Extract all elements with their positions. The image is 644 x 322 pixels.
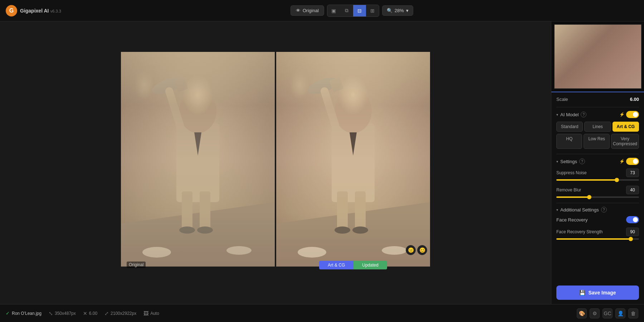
- original-label: Original: [127, 262, 146, 268]
- svg-rect-23: [337, 191, 348, 231]
- original-label: Original: [303, 8, 319, 13]
- topbar-center: 👁 Original ▣ ⧉ ⊟ ⊞ 🔍 28% ▾: [291, 5, 413, 17]
- output-size-stat: ⤢ 2100x2922px: [104, 311, 136, 316]
- zoom-icon: 🔍: [387, 8, 392, 13]
- zoom-level: 28%: [395, 8, 404, 13]
- remove-blur-thumb[interactable]: [587, 195, 591, 199]
- svg-rect-8: [182, 191, 192, 231]
- face-recovery-strength-fill: [556, 238, 631, 240]
- model-verycompressed-button[interactable]: Very Compressed: [611, 134, 639, 149]
- ai-model-title: AI Model: [560, 112, 579, 117]
- face-recovery-strength-track[interactable]: [556, 238, 639, 240]
- divider-2: [556, 154, 639, 154]
- logo-wrap: G Gigapixel AI v6.3.3: [6, 5, 61, 16]
- suppress-noise-section: Suppress Noise 73: [556, 169, 639, 181]
- svg-point-35: [573, 31, 587, 40]
- zoom-button[interactable]: 🔍 28% ▾: [382, 5, 413, 16]
- view-single-button[interactable]: ▣: [327, 5, 340, 16]
- svg-point-25: [335, 226, 350, 234]
- processing-badge: Art & CG Updated: [276, 261, 430, 269]
- original-button[interactable]: 👁 Original: [291, 5, 324, 16]
- trash-button[interactable]: 🗑: [628, 308, 638, 318]
- scale-icon: ✕: [83, 311, 87, 316]
- ai-model-section-header: ▾ AI Model ? ⚡: [556, 111, 639, 118]
- additional-settings-header: ▾ Additional Settings ?: [556, 207, 639, 213]
- remove-blur-track[interactable]: [556, 196, 639, 198]
- scale-stat-value: 6.00: [89, 311, 97, 316]
- svg-point-10: [179, 226, 195, 234]
- chevron-down-icon: ▾: [406, 8, 409, 13]
- divider-3: [556, 203, 639, 203]
- suppress-noise-label: Suppress Noise: [556, 170, 587, 175]
- face-recovery-strength-label: Face Recovery Strength: [556, 229, 602, 234]
- person-button[interactable]: 👤: [615, 308, 625, 318]
- settings-toggle-button[interactable]: [626, 158, 639, 165]
- scale-value: 6.00: [630, 97, 639, 102]
- original-photo: [121, 52, 275, 267]
- ai-model-help-button[interactable]: ?: [581, 112, 586, 117]
- suppress-noise-value[interactable]: 73: [626, 169, 639, 177]
- processed-panel: Art & CG Updated 😐 😊: [276, 52, 430, 274]
- suppress-noise-thumb[interactable]: [615, 178, 619, 182]
- divider-1: [556, 107, 639, 107]
- ai-model-chevron-icon[interactable]: ▾: [556, 113, 558, 117]
- svg-rect-9: [200, 191, 210, 231]
- additional-settings-section: ▾ Additional Settings ? Face Recovery Fa…: [556, 207, 639, 240]
- remove-blur-section: Remove Blur 40: [556, 186, 639, 198]
- svg-point-27: [298, 247, 326, 258]
- face-recovery-strength-thumb[interactable]: [629, 237, 633, 241]
- face-recovery-strength-value[interactable]: 90: [626, 228, 639, 236]
- happy-reaction-button[interactable]: 😊: [417, 245, 427, 255]
- model-lowres-button[interactable]: Low Res: [584, 134, 609, 149]
- face-recovery-toggle[interactable]: [626, 216, 639, 223]
- svg-rect-30: [555, 25, 641, 88]
- settings-toggle: ⚡: [619, 158, 639, 165]
- save-icon: 💾: [579, 290, 585, 296]
- filename-label: Ron O'Lean.jpg: [12, 311, 42, 316]
- thumbnail-area: [551, 21, 644, 92]
- view-button-group: ▣ ⧉ ⊟ ⊞: [327, 5, 379, 17]
- svg-point-12: [142, 247, 171, 258]
- model-standard-button[interactable]: Standard: [556, 122, 583, 132]
- settings-chevron-icon[interactable]: ▾: [556, 160, 558, 164]
- remove-blur-fill: [556, 196, 589, 198]
- output-size-value: 2100x2922px: [111, 311, 136, 316]
- image-area: Original: [0, 21, 551, 304]
- palette-button[interactable]: 🎨: [577, 308, 587, 318]
- thumbnail-art: [555, 25, 641, 88]
- model-artcg-button[interactable]: Art & CG: [613, 122, 639, 132]
- adjust-button[interactable]: ⚙: [590, 308, 600, 318]
- eye-icon: 👁: [296, 8, 301, 13]
- view-split-v-button[interactable]: ⧉: [340, 5, 353, 16]
- additional-settings-help-button[interactable]: ?: [601, 207, 607, 213]
- suppress-noise-track[interactable]: [556, 179, 639, 181]
- face-recovery-row: Face Recovery: [556, 216, 639, 223]
- svg-point-28: [382, 246, 407, 255]
- ai-model-toggle: ⚡: [619, 111, 639, 118]
- settings-help-button[interactable]: ?: [579, 158, 585, 164]
- controls-area: Scale 6.00 ▾ AI Model ? ⚡ Standard Lines…: [551, 92, 644, 283]
- reaction-buttons: 😐 😊: [406, 245, 427, 255]
- model-hq-button[interactable]: HQ: [556, 134, 582, 149]
- additional-chevron-icon[interactable]: ▾: [556, 208, 558, 212]
- suppress-noise-row: Suppress Noise 73: [556, 169, 639, 177]
- gear-button[interactable]: GC: [602, 308, 613, 318]
- remove-blur-row: Remove Blur 40: [556, 186, 639, 194]
- view-split-h-button[interactable]: ⊟: [353, 5, 366, 16]
- ai-model-toggle-button[interactable]: [626, 111, 639, 118]
- remove-blur-value[interactable]: 40: [626, 186, 639, 194]
- resize-icon: ⤡: [49, 311, 53, 316]
- app-version: v6.3.3: [50, 9, 61, 13]
- svg-line-34: [583, 39, 590, 57]
- neutral-reaction-button[interactable]: 😐: [406, 245, 416, 255]
- save-image-button[interactable]: 💾 Save Image: [556, 286, 639, 300]
- scale-label: Scale: [556, 97, 568, 102]
- save-label: Save Image: [588, 290, 616, 296]
- remove-blur-label: Remove Blur: [556, 187, 581, 192]
- view-grid-button[interactable]: ⊞: [366, 5, 379, 16]
- model-buttons-row2: HQ Low Res Very Compressed: [556, 134, 639, 149]
- face-recovery-label: Face Recovery: [556, 217, 587, 223]
- original-panel: Original: [121, 52, 275, 274]
- additional-settings-title: Additional Settings: [560, 207, 599, 213]
- model-lines-button[interactable]: Lines: [584, 122, 611, 132]
